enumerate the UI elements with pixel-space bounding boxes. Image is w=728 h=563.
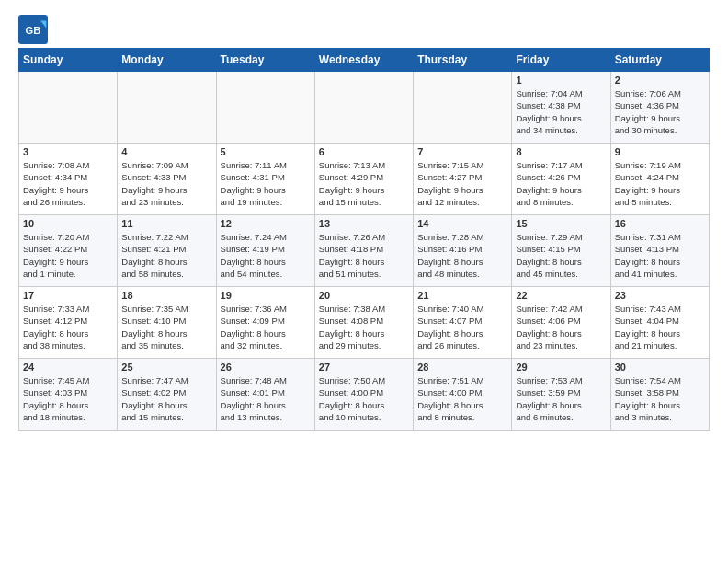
- calendar-cell: 27Sunrise: 7:50 AM Sunset: 4:00 PM Dayli…: [314, 359, 413, 431]
- calendar-cell: [118, 72, 216, 144]
- day-info: Sunrise: 7:50 AM Sunset: 4:00 PM Dayligh…: [319, 374, 409, 423]
- day-number: 5: [221, 146, 311, 157]
- day-info: Sunrise: 7:20 AM Sunset: 4:22 PM Dayligh…: [23, 231, 113, 280]
- calendar-cell: 4Sunrise: 7:09 AM Sunset: 4:33 PM Daylig…: [118, 144, 216, 215]
- calendar-cell: 5Sunrise: 7:11 AM Sunset: 4:31 PM Daylig…: [216, 144, 314, 215]
- day-number: 14: [417, 218, 507, 229]
- day-info: Sunrise: 7:43 AM Sunset: 4:04 PM Dayligh…: [615, 303, 705, 351]
- calendar-cell: 13Sunrise: 7:26 AM Sunset: 4:18 PM Dayli…: [314, 215, 413, 287]
- calendar-cell: 30Sunrise: 7:54 AM Sunset: 3:58 PM Dayli…: [610, 359, 709, 431]
- day-info: Sunrise: 7:45 AM Sunset: 4:03 PM Dayligh…: [23, 374, 113, 423]
- day-info: Sunrise: 7:42 AM Sunset: 4:06 PM Dayligh…: [516, 303, 606, 351]
- day-number: 29: [516, 362, 606, 373]
- calendar-cell: 2Sunrise: 7:06 AM Sunset: 4:36 PM Daylig…: [610, 72, 709, 144]
- day-info: Sunrise: 7:08 AM Sunset: 4:34 PM Dayligh…: [23, 159, 113, 208]
- calendar-cell: 10Sunrise: 7:20 AM Sunset: 4:22 PM Dayli…: [19, 215, 118, 287]
- day-number: 28: [417, 362, 507, 373]
- weekday-header: Wednesday: [314, 49, 413, 72]
- day-info: Sunrise: 7:29 AM Sunset: 4:15 PM Dayligh…: [516, 231, 606, 280]
- day-number: 19: [221, 290, 311, 301]
- calendar-cell: 21Sunrise: 7:40 AM Sunset: 4:07 PM Dayli…: [414, 287, 512, 359]
- calendar-header: SundayMondayTuesdayWednesdayThursdayFrid…: [19, 49, 710, 72]
- day-info: Sunrise: 7:38 AM Sunset: 4:08 PM Dayligh…: [319, 303, 409, 351]
- day-info: Sunrise: 7:28 AM Sunset: 4:16 PM Dayligh…: [417, 231, 507, 280]
- day-number: 6: [319, 146, 409, 157]
- calendar-cell: 8Sunrise: 7:17 AM Sunset: 4:26 PM Daylig…: [512, 144, 610, 215]
- day-info: Sunrise: 7:26 AM Sunset: 4:18 PM Dayligh…: [319, 231, 409, 280]
- calendar-cell: 18Sunrise: 7:35 AM Sunset: 4:10 PM Dayli…: [118, 287, 216, 359]
- calendar-cell: 6Sunrise: 7:13 AM Sunset: 4:29 PM Daylig…: [314, 144, 413, 215]
- calendar-cell: 29Sunrise: 7:53 AM Sunset: 3:59 PM Dayli…: [512, 359, 610, 431]
- day-number: 20: [319, 290, 409, 301]
- weekday-header: Monday: [118, 49, 216, 72]
- day-info: Sunrise: 7:22 AM Sunset: 4:21 PM Dayligh…: [121, 231, 211, 280]
- day-info: Sunrise: 7:31 AM Sunset: 4:13 PM Dayligh…: [615, 231, 705, 280]
- day-info: Sunrise: 7:53 AM Sunset: 3:59 PM Dayligh…: [516, 374, 606, 423]
- day-info: Sunrise: 7:19 AM Sunset: 4:24 PM Dayligh…: [615, 159, 705, 208]
- calendar-cell: 11Sunrise: 7:22 AM Sunset: 4:21 PM Dayli…: [118, 215, 216, 287]
- day-info: Sunrise: 7:11 AM Sunset: 4:31 PM Dayligh…: [221, 159, 311, 208]
- day-info: Sunrise: 7:36 AM Sunset: 4:09 PM Dayligh…: [221, 303, 311, 351]
- calendar-cell: [216, 72, 314, 144]
- day-number: 13: [319, 218, 409, 229]
- day-number: 22: [516, 290, 606, 301]
- day-info: Sunrise: 7:35 AM Sunset: 4:10 PM Dayligh…: [121, 303, 211, 351]
- day-number: 7: [417, 146, 507, 157]
- calendar-cell: 14Sunrise: 7:28 AM Sunset: 4:16 PM Dayli…: [414, 215, 512, 287]
- calendar-cell: 1Sunrise: 7:04 AM Sunset: 4:38 PM Daylig…: [512, 72, 610, 144]
- day-number: 16: [615, 218, 705, 229]
- day-number: 12: [221, 218, 311, 229]
- calendar-cell: [414, 72, 512, 144]
- day-info: Sunrise: 7:15 AM Sunset: 4:27 PM Dayligh…: [417, 159, 507, 208]
- day-info: Sunrise: 7:13 AM Sunset: 4:29 PM Dayligh…: [319, 159, 409, 208]
- day-info: Sunrise: 7:40 AM Sunset: 4:07 PM Dayligh…: [417, 303, 507, 351]
- day-info: Sunrise: 7:48 AM Sunset: 4:01 PM Dayligh…: [221, 374, 311, 423]
- calendar-cell: 7Sunrise: 7:15 AM Sunset: 4:27 PM Daylig…: [414, 144, 512, 215]
- day-info: Sunrise: 7:06 AM Sunset: 4:36 PM Dayligh…: [615, 87, 705, 136]
- calendar-cell: 9Sunrise: 7:19 AM Sunset: 4:24 PM Daylig…: [610, 144, 709, 215]
- calendar-cell: 26Sunrise: 7:48 AM Sunset: 4:01 PM Dayli…: [216, 359, 314, 431]
- day-number: 21: [417, 290, 507, 301]
- calendar-cell: 20Sunrise: 7:38 AM Sunset: 4:08 PM Dayli…: [314, 287, 413, 359]
- day-info: Sunrise: 7:17 AM Sunset: 4:26 PM Dayligh…: [516, 159, 606, 208]
- day-number: 27: [319, 362, 409, 373]
- weekday-header: Tuesday: [216, 49, 314, 72]
- calendar-cell: 25Sunrise: 7:47 AM Sunset: 4:02 PM Dayli…: [118, 359, 216, 431]
- calendar-cell: 19Sunrise: 7:36 AM Sunset: 4:09 PM Dayli…: [216, 287, 314, 359]
- page-header: GB: [18, 15, 710, 44]
- weekday-header: Saturday: [610, 49, 709, 72]
- calendar-cell: 17Sunrise: 7:33 AM Sunset: 4:12 PM Dayli…: [19, 287, 118, 359]
- calendar-cell: 12Sunrise: 7:24 AM Sunset: 4:19 PM Dayli…: [216, 215, 314, 287]
- weekday-header: Thursday: [414, 49, 512, 72]
- calendar-cell: [314, 72, 413, 144]
- day-info: Sunrise: 7:51 AM Sunset: 4:00 PM Dayligh…: [417, 374, 507, 423]
- day-info: Sunrise: 7:24 AM Sunset: 4:19 PM Dayligh…: [221, 231, 311, 280]
- day-number: 30: [615, 362, 705, 373]
- weekday-header: Sunday: [19, 49, 118, 72]
- day-number: 2: [615, 75, 705, 86]
- day-number: 4: [121, 146, 211, 157]
- weekday-header: Friday: [512, 49, 610, 72]
- calendar-cell: 15Sunrise: 7:29 AM Sunset: 4:15 PM Dayli…: [512, 215, 610, 287]
- logo-icon: GB: [18, 15, 48, 44]
- day-info: Sunrise: 7:09 AM Sunset: 4:33 PM Dayligh…: [121, 159, 211, 208]
- day-number: 8: [516, 146, 606, 157]
- day-number: 1: [516, 75, 606, 86]
- day-number: 15: [516, 218, 606, 229]
- day-number: 24: [23, 362, 113, 373]
- day-number: 10: [23, 218, 113, 229]
- day-info: Sunrise: 7:54 AM Sunset: 3:58 PM Dayligh…: [615, 374, 705, 423]
- calendar-cell: 22Sunrise: 7:42 AM Sunset: 4:06 PM Dayli…: [512, 287, 610, 359]
- day-info: Sunrise: 7:04 AM Sunset: 4:38 PM Dayligh…: [516, 87, 606, 136]
- calendar-cell: 3Sunrise: 7:08 AM Sunset: 4:34 PM Daylig…: [19, 144, 118, 215]
- svg-text:GB: GB: [26, 25, 41, 36]
- logo: GB: [18, 15, 51, 44]
- calendar-cell: [19, 72, 118, 144]
- day-number: 18: [121, 290, 211, 301]
- day-number: 9: [615, 146, 705, 157]
- day-number: 3: [23, 146, 113, 157]
- day-number: 23: [615, 290, 705, 301]
- day-number: 11: [121, 218, 211, 229]
- day-number: 26: [221, 362, 311, 373]
- calendar-cell: 23Sunrise: 7:43 AM Sunset: 4:04 PM Dayli…: [610, 287, 709, 359]
